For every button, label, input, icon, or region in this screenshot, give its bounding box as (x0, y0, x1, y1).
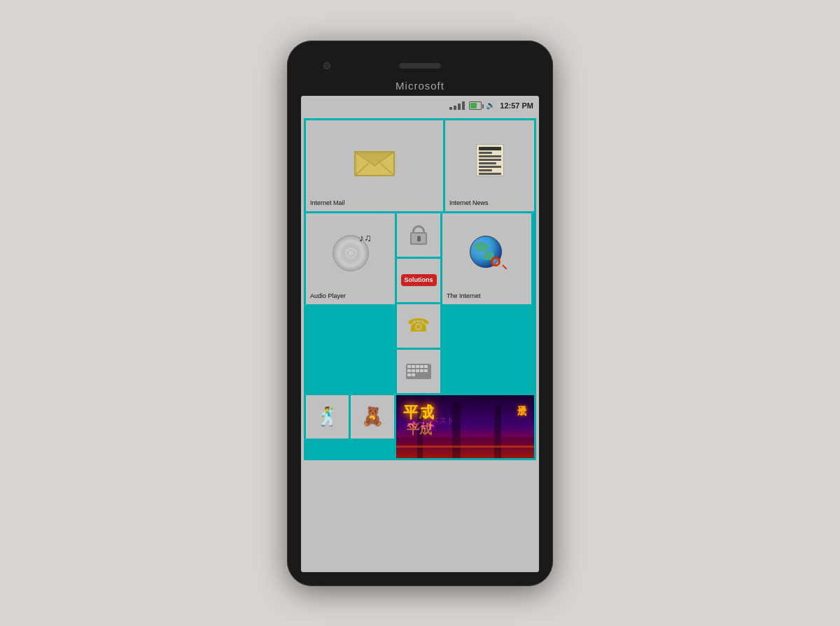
tiles-container: Internet Mail (304, 118, 536, 460)
tile-internet-news-label: Internet News (449, 199, 489, 207)
tile-lock[interactable] (397, 213, 440, 257)
signal-bar-2 (454, 106, 456, 110)
news-line (479, 169, 492, 171)
tile-phone[interactable]: ☎ (397, 304, 440, 348)
phone-top-bar (294, 52, 546, 80)
tile-keyboard[interactable] (397, 350, 440, 393)
music-notes-icon: ♪♫ (359, 232, 372, 243)
bear-icon: 🧸 (361, 406, 384, 427)
globe-land-1 (475, 242, 489, 252)
camera-dot (323, 62, 330, 69)
tile-keyboard-icon (401, 354, 436, 389)
tile-audio-player[interactable]: ♪♫ Audio Player (306, 213, 395, 304)
phone-screen: 🔊 12:57 PM (301, 96, 539, 572)
news-line (479, 173, 501, 175)
tile-internet-mail-label: Internet Mail (310, 199, 345, 207)
key (407, 374, 411, 376)
key (412, 365, 415, 368)
cd-icon: ♪♫ (332, 235, 369, 271)
svg-text:ベスト: ベスト (431, 416, 454, 425)
key (424, 365, 428, 368)
tile-lock-icon (401, 218, 436, 252)
svg-rect-7 (452, 402, 461, 458)
svg-rect-9 (396, 446, 534, 448)
tile-the-internet[interactable]: The Internet (442, 213, 531, 304)
tile-dancer[interactable]: 🕺 (306, 395, 349, 439)
key (424, 369, 428, 372)
solutions-badge: Solutions (401, 274, 437, 286)
news-line (479, 162, 497, 164)
tile-internet-mail[interactable]: Internet Mail (306, 120, 443, 211)
key (416, 369, 419, 372)
signal-bar-1 (449, 107, 452, 110)
time-display: 12:57 PM (500, 101, 533, 110)
tile-solutions-icon: Solutions (401, 263, 436, 298)
tile-neon-city[interactable]: 平成 ベスト 平成 平成 ベスト (396, 395, 534, 458)
tile-dancer-icon: 🕺 (310, 399, 344, 434)
key (420, 369, 424, 372)
news-line (479, 159, 501, 161)
key (412, 374, 415, 376)
brand-label: Microsoft (396, 80, 444, 92)
speaker-grill (399, 63, 441, 69)
signal-bar-3 (458, 104, 461, 110)
volume-icon: 🔊 (486, 101, 496, 110)
news-line (479, 166, 501, 168)
tile-row-2: ♪♫ Audio Player (306, 213, 534, 393)
svg-text:平成: 平成 (407, 422, 433, 436)
tile-row-1: Internet Mail (306, 120, 534, 211)
key (407, 365, 411, 368)
tiles-area: Internet Mail (301, 115, 539, 572)
keyboard-svg (406, 364, 431, 379)
lock-keyhole (417, 236, 421, 241)
newspaper-icon (476, 144, 504, 176)
globe-icon (470, 236, 505, 271)
magnifier-handle (502, 264, 507, 269)
key (407, 369, 411, 372)
news-line (479, 152, 492, 154)
key (420, 365, 424, 368)
dancer-icon: 🕺 (316, 406, 339, 427)
tile-phone-icon: ☎ (401, 308, 436, 343)
magnifier-icon (491, 257, 505, 271)
magnifier-circle (491, 257, 500, 266)
status-bar: 🔊 12:57 PM (301, 96, 539, 115)
battery-icon (469, 101, 482, 110)
signal-bar-4 (462, 101, 465, 110)
mail-icon (354, 145, 396, 176)
neon-lights-svg: 平成 ベスト (396, 395, 534, 458)
tile-bear-icon: 🧸 (355, 399, 389, 434)
tile-row-3: 🕺 🧸 平成 ベスト 平成 (306, 395, 534, 458)
key (416, 365, 419, 368)
tile-the-internet-icon (447, 218, 527, 290)
tile-audio-player-icon: ♪♫ (310, 218, 391, 290)
tile-audio-player-label: Audio Player (310, 292, 346, 300)
news-line (479, 155, 501, 157)
key (412, 369, 415, 372)
tile-internet-news-icon (449, 125, 530, 197)
lock-body-rect (410, 232, 427, 245)
battery-fill (470, 103, 477, 108)
phone-handset-icon: ☎ (407, 315, 430, 336)
lock-icon (410, 225, 427, 245)
cd-hole (347, 250, 354, 257)
phone-device: Microsoft 🔊 12:57 PM (287, 41, 553, 586)
tile-bear[interactable]: 🧸 (351, 395, 393, 439)
tile-internet-news[interactable]: Internet News (445, 120, 534, 211)
signal-bars (449, 101, 465, 110)
news-line (479, 147, 501, 150)
tile-internet-mail-icon (310, 125, 439, 197)
tile-solutions[interactable]: Solutions (397, 259, 440, 302)
svg-rect-8 (494, 406, 501, 458)
neon-city-image: 平成 ベスト 平成 平成 ベスト (396, 395, 534, 458)
tile-the-internet-label: The Internet (447, 292, 481, 300)
small-tiles-column: Solutions ☎ (397, 213, 440, 393)
